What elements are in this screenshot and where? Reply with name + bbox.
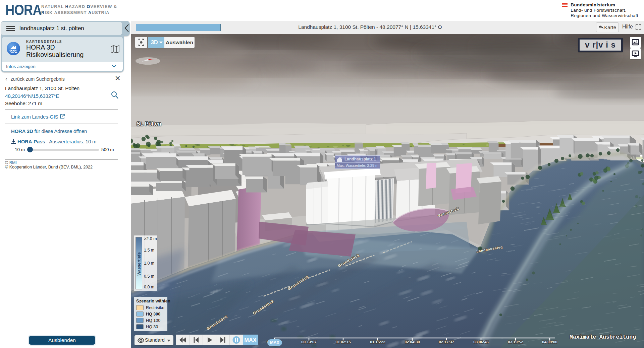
svg-text:v r|v i s: v r|v i s [585, 40, 616, 49]
